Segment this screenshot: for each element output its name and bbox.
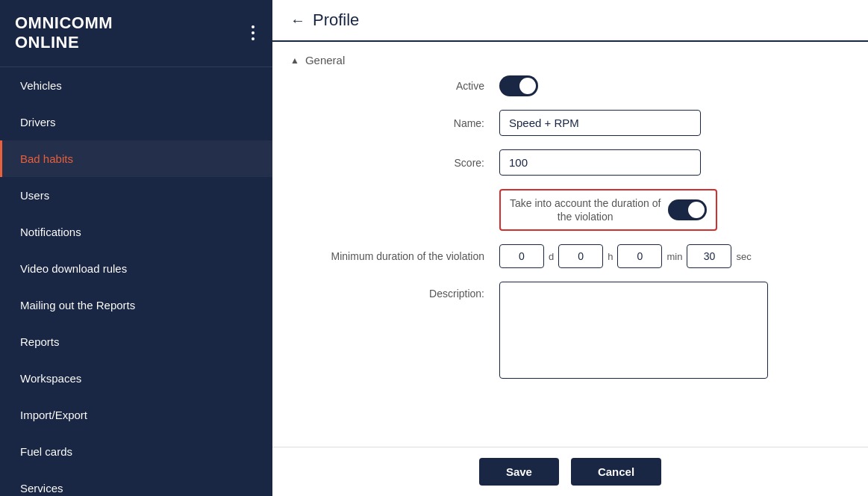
description-textarea[interactable]	[499, 282, 768, 379]
violation-toggle-text: Take into account the duration of the vi…	[510, 196, 661, 223]
main-body: ▲ General Active Name:	[272, 42, 868, 447]
sidebar-header: OMNICOMM ONLINE	[0, 0, 272, 67]
section-general-label: General	[305, 54, 345, 66]
duration-h-unit: h	[608, 251, 613, 262]
description-row: Description:	[290, 282, 850, 379]
save-button[interactable]: Save	[479, 458, 559, 486]
duration-h-input[interactable]	[558, 244, 603, 268]
sidebar-item-users[interactable]: Users	[0, 177, 272, 214]
duration-min-unit: min	[666, 251, 682, 262]
min-duration-label: Minimum duration of the violation	[290, 250, 499, 262]
duration-sec-unit: sec	[736, 251, 751, 262]
sidebar-item-bad-habits[interactable]: Bad habits	[0, 140, 272, 177]
sidebar-item-drivers[interactable]: Drivers	[0, 104, 272, 140]
app-logo: OMNICOMM ONLINE	[15, 13, 113, 53]
score-row: Score:	[290, 149, 850, 176]
name-label: Name:	[290, 117, 499, 129]
section-general-header: ▲ General	[272, 42, 868, 75]
toggle-track	[499, 75, 538, 96]
name-input[interactable]	[499, 110, 701, 136]
menu-dots-icon[interactable]	[249, 22, 257, 43]
sidebar-item-fuel-cards[interactable]: Fuel cards	[0, 433, 272, 470]
cancel-button[interactable]: Cancel	[571, 458, 661, 486]
main-content: ← Profile ▲ General Active	[272, 0, 868, 496]
duration-sec-input[interactable]	[687, 244, 731, 268]
sidebar-item-notifications[interactable]: Notifications	[0, 214, 272, 250]
sidebar-item-mailing-out-reports[interactable]: Mailing out the Reports	[0, 287, 272, 323]
sidebar-item-vehicles[interactable]: Vehicles	[0, 67, 272, 104]
sidebar-item-workspaces[interactable]: Workspaces	[0, 360, 272, 397]
min-duration-row: Minimum duration of the violation d h mi…	[290, 244, 850, 268]
duration-inputs: d h min sec	[499, 244, 752, 268]
active-toggle[interactable]	[499, 75, 538, 96]
violation-duration-row: Take into account the duration of the vi…	[290, 189, 850, 231]
score-label: Score:	[290, 157, 499, 169]
description-label: Description:	[290, 282, 499, 300]
sidebar-nav: Vehicles Drivers Bad habits Users Notifi…	[0, 67, 272, 496]
toggle-thumb	[519, 78, 536, 94]
score-input[interactable]	[499, 149, 701, 176]
active-row: Active	[290, 75, 850, 96]
sidebar-item-import-export[interactable]: Import/Export	[0, 397, 272, 433]
section-chevron-icon: ▲	[290, 55, 299, 66]
violation-toggle-box: Take into account the duration of the vi…	[499, 189, 717, 231]
sidebar-item-video-download-rules[interactable]: Video download rules	[0, 250, 272, 287]
violation-toggle-thumb	[688, 202, 705, 218]
form-area: Active Name: Score:	[272, 75, 868, 410]
active-label: Active	[290, 80, 499, 92]
page-title: Profile	[313, 10, 359, 30]
sidebar-item-reports[interactable]: Reports	[0, 323, 272, 360]
violation-toggle-track	[668, 199, 707, 220]
sidebar: OMNICOMM ONLINE Vehicles Drivers Bad hab…	[0, 0, 272, 496]
sidebar-item-services[interactable]: Services	[0, 470, 272, 496]
violation-toggle[interactable]	[668, 199, 707, 220]
main-footer: Save Cancel	[272, 447, 868, 496]
main-header: ← Profile	[272, 0, 868, 42]
back-button[interactable]: ←	[290, 12, 305, 29]
name-row: Name:	[290, 110, 850, 136]
active-toggle-wrap	[499, 75, 538, 96]
duration-min-input[interactable]	[617, 244, 662, 268]
duration-d-input[interactable]	[499, 244, 544, 268]
duration-d-unit: d	[549, 251, 554, 262]
